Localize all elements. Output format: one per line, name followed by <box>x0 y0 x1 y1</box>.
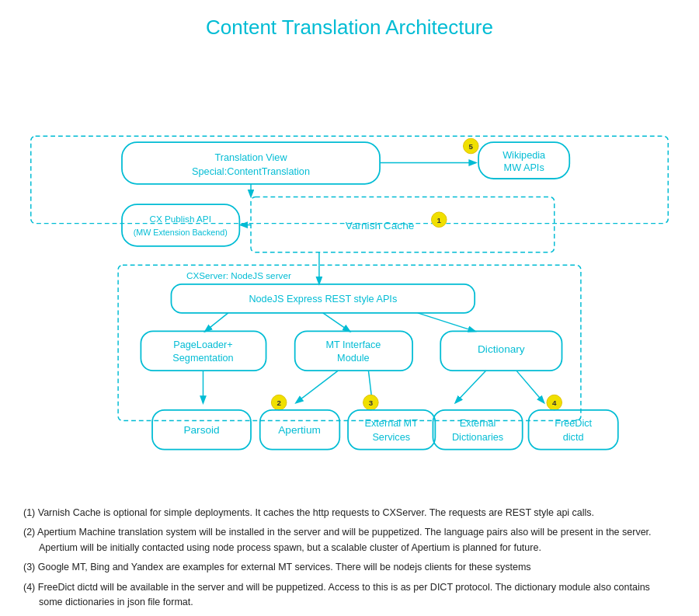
svg-text:CX Publish API: CX Publish API <box>149 214 210 224</box>
note-2: (2) Apertium Machine translation system … <box>23 525 676 555</box>
svg-rect-55 <box>433 410 522 450</box>
note-4: (4) FreeDict dictd will be available in … <box>23 580 676 611</box>
svg-text:CXServer: NodeJS server: CXServer: NodeJS server <box>186 270 291 280</box>
svg-rect-58 <box>529 410 618 450</box>
svg-line-40 <box>456 371 486 402</box>
svg-text:1: 1 <box>437 216 442 224</box>
svg-text:MT Interface: MT Interface <box>325 339 381 350</box>
svg-text:Special:ContentTranslation: Special:ContentTranslation <box>192 166 310 177</box>
svg-text:Varnish Cache: Varnish Cache <box>346 220 415 231</box>
svg-text:3: 3 <box>369 398 374 407</box>
architecture-diagram: Translation View Special:ContentTranslat… <box>23 55 676 498</box>
svg-text:External: External <box>460 418 496 429</box>
svg-text:(MW Extension Backend): (MW Extension Backend) <box>134 228 228 237</box>
svg-text:Apertium: Apertium <box>278 424 321 436</box>
svg-text:Segmentation: Segmentation <box>172 353 233 364</box>
svg-text:dictd: dictd <box>563 432 584 443</box>
svg-text:FreeDict: FreeDict <box>555 418 592 429</box>
note-1: (1) Varnish Cache is optional for simple… <box>23 506 676 520</box>
svg-line-26 <box>205 313 228 331</box>
page: Content Translation Architecture Transla… <box>0 0 699 616</box>
svg-rect-32 <box>295 331 412 371</box>
svg-text:Services: Services <box>372 432 410 443</box>
svg-text:Parsoid: Parsoid <box>183 424 219 436</box>
notes-section: (1) Varnish Cache is optional for simple… <box>23 506 676 616</box>
svg-text:NodeJS Express REST style APIs: NodeJS Express REST style APIs <box>249 294 397 305</box>
svg-text:5: 5 <box>469 142 474 151</box>
svg-line-38 <box>297 371 339 402</box>
svg-line-27 <box>323 313 350 331</box>
svg-rect-52 <box>348 410 435 450</box>
svg-text:PageLoader+: PageLoader+ <box>173 339 233 350</box>
svg-line-28 <box>418 313 475 331</box>
svg-text:MW APIs: MW APIs <box>504 162 544 173</box>
svg-text:4: 4 <box>552 398 557 407</box>
svg-line-41 <box>516 371 544 402</box>
svg-text:External MT: External MT <box>365 418 419 429</box>
svg-text:Dictionaries: Dictionaries <box>452 432 503 443</box>
svg-text:Wikipedia: Wikipedia <box>503 150 546 161</box>
svg-text:2: 2 <box>276 398 281 407</box>
page-title: Content Translation Architecture <box>23 16 676 40</box>
svg-text:Translation View: Translation View <box>214 152 287 163</box>
svg-rect-10 <box>122 204 239 246</box>
svg-text:Module: Module <box>337 353 370 364</box>
note-3: (3) Google MT, Bing and Yandex are examp… <box>23 560 676 575</box>
svg-text:Dictionary: Dictionary <box>478 343 525 355</box>
svg-rect-29 <box>141 331 266 371</box>
svg-rect-1 <box>122 142 380 184</box>
diagram-area: Translation View Special:ContentTranslat… <box>23 55 676 498</box>
